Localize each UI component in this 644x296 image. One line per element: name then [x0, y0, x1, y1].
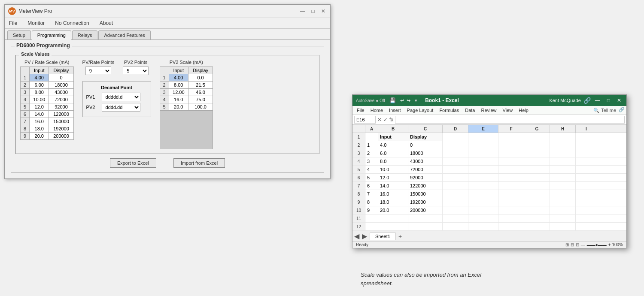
excel-maximize-btn[interactable]: □: [605, 97, 612, 103]
quick-access-more[interactable]: ▾: [415, 98, 417, 103]
table-row[interactable]: 75.0: [188, 96, 213, 103]
table-row[interactable]: 10.00: [30, 96, 49, 103]
pv2-decimal-select[interactable]: dddd.dd: [102, 103, 140, 112]
excel-cell[interactable]: [443, 141, 468, 149]
excel-cell[interactable]: 3: [365, 157, 378, 165]
excel-cell[interactable]: 200000: [408, 206, 443, 214]
excel-cell[interactable]: [524, 190, 550, 198]
excel-cell[interactable]: [524, 141, 550, 149]
formula-input[interactable]: [395, 116, 625, 124]
tab-setup[interactable]: Setup: [7, 30, 31, 39]
table-row[interactable]: 46.0: [188, 89, 213, 96]
table-row[interactable]: 100.0: [188, 103, 213, 111]
table-row[interactable]: 16.0: [30, 118, 49, 125]
excel-cell[interactable]: [550, 198, 576, 206]
col-header-i[interactable]: I: [576, 125, 597, 133]
excel-menu-insert[interactable]: Insert: [386, 107, 404, 114]
excel-cell[interactable]: 122000: [408, 182, 443, 190]
excel-cell[interactable]: [498, 190, 524, 198]
excel-cell[interactable]: [468, 190, 498, 198]
excel-cell[interactable]: [550, 141, 576, 149]
excel-cell[interactable]: 6.0: [378, 149, 408, 157]
insert-function-icon[interactable]: fx: [389, 117, 393, 123]
excel-menu-home[interactable]: Home: [368, 107, 386, 114]
share-icon[interactable]: 🔗: [583, 97, 591, 104]
excel-menu-review[interactable]: Review: [478, 107, 499, 114]
excel-cell[interactable]: [524, 223, 550, 230]
excel-cell[interactable]: [524, 166, 550, 173]
excel-cell[interactable]: Input: [378, 133, 408, 141]
excel-cell[interactable]: [468, 198, 498, 206]
export-excel-button[interactable]: Export to Excel: [110, 158, 156, 168]
table-row[interactable]: 20.0: [30, 133, 49, 140]
excel-cell[interactable]: 2: [365, 149, 378, 157]
excel-cell[interactable]: [468, 214, 498, 222]
excel-cell[interactable]: [365, 214, 378, 222]
excel-cell[interactable]: [443, 206, 468, 214]
excel-menu-page-layout[interactable]: Page Layout: [404, 107, 436, 114]
table-row[interactable]: 8.00: [169, 82, 188, 89]
excel-cell[interactable]: [498, 214, 524, 222]
excel-cell[interactable]: [550, 223, 576, 230]
table-row[interactable]: 92000: [49, 103, 73, 111]
excel-cell[interactable]: [550, 166, 576, 173]
excel-cell[interactable]: [576, 157, 597, 165]
excel-cell[interactable]: [408, 223, 443, 230]
grid-view-icon[interactable]: ⊞: [565, 242, 569, 247]
excel-cell[interactable]: [468, 133, 498, 141]
excel-cell[interactable]: [498, 157, 524, 165]
table-row[interactable]: 0: [49, 74, 73, 82]
excel-cell[interactable]: [365, 223, 378, 230]
excel-menu-formulas[interactable]: Formulas: [437, 107, 462, 114]
excel-cell[interactable]: [443, 166, 468, 173]
col-header-e[interactable]: E: [468, 125, 498, 133]
excel-cell[interactable]: [550, 174, 576, 181]
menu-no-connection[interactable]: No Connection: [53, 19, 91, 27]
excel-cell[interactable]: [443, 157, 468, 165]
excel-cell[interactable]: [378, 214, 408, 222]
menu-about[interactable]: About: [98, 19, 115, 27]
excel-cell[interactable]: 6: [365, 182, 378, 190]
redo-icon[interactable]: ↪: [407, 98, 410, 103]
excel-cell[interactable]: [468, 182, 498, 190]
add-sheet-button[interactable]: +: [397, 233, 404, 240]
excel-cell[interactable]: 8.0: [378, 157, 408, 165]
excel-cell[interactable]: [576, 198, 597, 206]
excel-cell[interactable]: [550, 206, 576, 214]
excel-cell[interactable]: [498, 141, 524, 149]
col-header-f[interactable]: F: [498, 125, 524, 133]
table-row[interactable]: 43000: [49, 89, 73, 96]
excel-cell[interactable]: [498, 133, 524, 141]
tab-advanced-features[interactable]: Advanced Features: [98, 30, 150, 39]
excel-cell[interactable]: [498, 223, 524, 230]
col-header-g[interactable]: G: [524, 125, 550, 133]
excel-cell[interactable]: [498, 198, 524, 206]
excel-cell[interactable]: 72000: [408, 166, 443, 173]
excel-cell[interactable]: 10.0: [378, 166, 408, 173]
excel-cell[interactable]: [443, 190, 468, 198]
table-row[interactable]: 18000: [49, 82, 73, 89]
zoom-slider[interactable]: ▬▬●▬▬: [587, 242, 607, 247]
excel-cell[interactable]: [550, 133, 576, 141]
excel-cell[interactable]: [524, 206, 550, 214]
pv1-decimal-select[interactable]: ddddd.d: [102, 93, 140, 101]
table-row[interactable]: 14.0: [30, 111, 49, 118]
excel-cell[interactable]: 92000: [408, 174, 443, 181]
import-excel-button[interactable]: Import from Excel: [173, 158, 225, 168]
excel-cell[interactable]: [524, 133, 550, 141]
excel-cell[interactable]: [443, 133, 468, 141]
table-row[interactable]: 4.00: [30, 74, 49, 82]
cancel-formula-icon[interactable]: ✕: [377, 117, 382, 123]
table-row[interactable]: 20.0: [169, 103, 188, 111]
excel-cell[interactable]: 0: [408, 141, 443, 149]
excel-cell[interactable]: [524, 149, 550, 157]
table-row[interactable]: 150000: [49, 118, 73, 125]
excel-cell[interactable]: [468, 206, 498, 214]
table-row[interactable]: 72000: [49, 96, 73, 103]
table-row[interactable]: 4.00: [169, 74, 188, 82]
excel-cell[interactable]: [468, 157, 498, 165]
excel-cell[interactable]: [550, 157, 576, 165]
excel-close-btn[interactable]: ✕: [615, 97, 623, 103]
excel-cell[interactable]: 4.0: [378, 141, 408, 149]
page-break-icon[interactable]: ⊡: [576, 242, 579, 247]
